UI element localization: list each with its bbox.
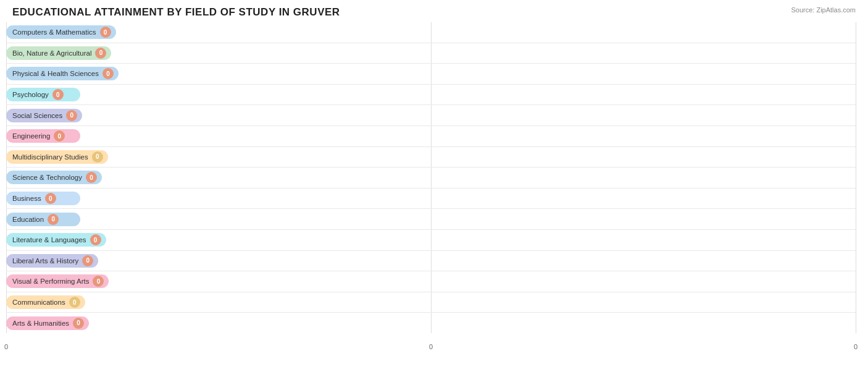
bar-row: Communications0 xyxy=(6,292,856,313)
bar-label: Education xyxy=(12,216,44,223)
bar-pill: Bio, Nature & Agricultural0 xyxy=(6,46,111,60)
bar-value-badge: 0 xyxy=(73,318,84,329)
bar-label: Multidisciplinary Studies xyxy=(12,153,88,161)
bar-row: Business0 xyxy=(6,189,856,210)
bar-value-badge: 0 xyxy=(52,89,64,100)
bar-value-badge: 0 xyxy=(69,297,80,308)
bar-value-badge: 0 xyxy=(45,193,56,204)
bar-row: Engineering0 xyxy=(6,126,856,147)
x-label-0: 0 xyxy=(4,343,8,350)
bar-value-badge: 0 xyxy=(54,130,65,142)
x-label-max: 0 xyxy=(854,343,858,350)
chart-area: Computers & Mathematics0Bio, Nature & Ag… xyxy=(6,22,856,350)
bar-row: Physical & Health Sciences0 xyxy=(6,64,856,85)
bar-label: Physical & Health Sciences xyxy=(12,70,99,77)
bar-row: Education0 xyxy=(6,209,856,230)
bar-pill: Liberal Arts & History0 xyxy=(6,254,98,268)
bar-label: Visual & Performing Arts xyxy=(12,278,89,285)
bar-value-badge: 0 xyxy=(86,172,97,183)
chart-container: EDUCATIONAL ATTAINMENT BY FIELD OF STUDY… xyxy=(0,0,868,390)
bar-value-badge: 0 xyxy=(95,48,106,59)
bar-pill: Education0 xyxy=(6,213,80,226)
bar-pill: Business0 xyxy=(6,192,80,205)
bar-value-badge: 0 xyxy=(66,110,77,121)
bar-label: Psychology xyxy=(12,91,49,98)
bar-label: Bio, Nature & Agricultural xyxy=(12,49,91,57)
bar-pill: Communications0 xyxy=(6,295,85,309)
bar-label: Communications xyxy=(12,299,65,306)
bar-label: Computers & Mathematics xyxy=(12,28,96,36)
x-axis: 0 0 0 xyxy=(6,333,856,350)
bar-row: Visual & Performing Arts0 xyxy=(6,271,856,292)
bar-row: Computers & Mathematics0 xyxy=(6,22,856,43)
bar-value-badge: 0 xyxy=(82,255,93,266)
bar-pill: Computers & Mathematics0 xyxy=(6,25,116,39)
bar-label: Social Sciences xyxy=(12,112,62,119)
bar-pill: Engineering0 xyxy=(6,129,80,143)
rows-wrapper: Computers & Mathematics0Bio, Nature & Ag… xyxy=(6,22,856,333)
bars-area: Computers & Mathematics0Bio, Nature & Ag… xyxy=(6,22,856,350)
bar-pill: Science & Technology0 xyxy=(6,171,102,184)
bar-row: Psychology0 xyxy=(6,85,856,106)
bar-pill: Multidisciplinary Studies0 xyxy=(6,150,108,164)
bar-row: Literature & Languages0 xyxy=(6,230,856,251)
bar-row: Liberal Arts & History0 xyxy=(6,251,856,272)
bar-value-badge: 0 xyxy=(48,214,59,225)
bar-row: Multidisciplinary Studies0 xyxy=(6,147,856,168)
bar-row: Arts & Humanities0 xyxy=(6,313,856,333)
bar-label: Liberal Arts & History xyxy=(12,257,78,265)
chart-title: EDUCATIONAL ATTAINMENT BY FIELD OF STUDY… xyxy=(6,6,856,19)
source-label: Source: ZipAtlas.com xyxy=(791,6,856,14)
bar-value-badge: 0 xyxy=(92,151,103,163)
bar-pill: Social Sciences0 xyxy=(6,109,82,122)
bar-row: Social Sciences0 xyxy=(6,105,856,126)
bar-value-badge: 0 xyxy=(100,27,111,38)
bar-label: Literature & Languages xyxy=(12,236,86,244)
bar-row: Bio, Nature & Agricultural0 xyxy=(6,43,856,64)
bar-value-badge: 0 xyxy=(102,68,114,79)
grid-line-100 xyxy=(856,22,856,333)
bar-pill: Physical & Health Sciences0 xyxy=(6,67,119,80)
bar-label: Business xyxy=(12,195,41,202)
bar-pill: Visual & Performing Arts0 xyxy=(6,274,109,288)
bar-value-badge: 0 xyxy=(93,276,104,287)
bar-value-badge: 0 xyxy=(90,234,101,245)
x-label-mid: 0 xyxy=(429,343,433,350)
bar-label: Engineering xyxy=(12,132,50,140)
bar-label: Science & Technology xyxy=(12,174,82,181)
bar-pill: Psychology0 xyxy=(6,88,80,101)
bar-pill: Literature & Languages0 xyxy=(6,233,106,247)
bar-pill: Arts & Humanities0 xyxy=(6,316,89,330)
bar-label: Arts & Humanities xyxy=(12,320,69,327)
bar-row: Science & Technology0 xyxy=(6,167,856,189)
